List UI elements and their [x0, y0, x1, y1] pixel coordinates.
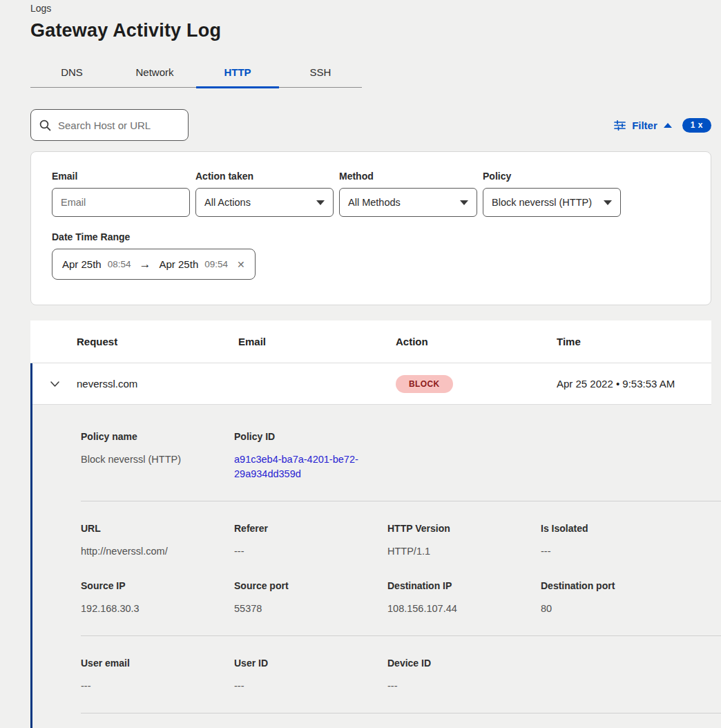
date-time-range-label: Date Time Range — [52, 231, 690, 242]
referer-value: --- — [234, 544, 387, 559]
policy-id-item: Policy ID a91c3eb4-ba7a-4201-be72-29a934… — [234, 431, 387, 481]
chevron-down-icon — [50, 381, 60, 387]
expanded-log-entry: neverssl.com BLOCK Apr 25 2022 • 9:53:53… — [30, 363, 711, 728]
user-id-item: User ID --- — [234, 658, 387, 693]
method-label: Method — [339, 171, 477, 182]
email-filter-input[interactable] — [61, 197, 181, 208]
policy-field: Policy Block neverssl (HTTP) — [483, 171, 621, 217]
is-isolated-label: Is Isolated — [541, 523, 684, 534]
range-end-date[interactable]: Apr 25th — [160, 258, 199, 270]
email-filter-label: Email — [52, 171, 190, 182]
chevron-down-icon — [460, 200, 468, 205]
policy-id-link[interactable]: a91c3eb4-ba7a-4201-be72-29a934dd359d — [234, 452, 367, 481]
device-id-item: Device ID --- — [387, 658, 541, 693]
block-status-badge: BLOCK — [396, 375, 453, 393]
policy-name-value: Block neverssl (HTTP) — [81, 452, 234, 467]
destination-port-value: 80 — [541, 602, 684, 616]
date-time-range-field: Date Time Range Apr 25th 08:54 → Apr 25t… — [52, 231, 690, 280]
column-header-email: Email — [238, 336, 396, 347]
breadcrumb[interactable]: Logs — [30, 3, 711, 14]
column-header-time: Time — [557, 336, 711, 347]
chevron-down-icon — [316, 200, 325, 205]
http-version-label: HTTP Version — [387, 523, 541, 534]
source-port-label: Source port — [234, 580, 387, 591]
policy-section: Policy name Block neverssl (HTTP) Policy… — [81, 431, 684, 481]
user-email-item: User email --- — [81, 658, 234, 693]
destination-ip-item: Destination IP 108.156.107.44 — [387, 580, 541, 616]
is-isolated-item: Is Isolated --- — [541, 523, 684, 559]
row-time: Apr 25 2022 • 9:53:53 AM — [557, 378, 711, 390]
source-port-item: Source port 55378 — [234, 580, 387, 616]
source-ip-value: 192.168.30.3 — [81, 602, 234, 616]
action-taken-field: Action taken All Actions — [195, 171, 334, 217]
source-ip-item: Source IP 192.168.30.3 — [81, 580, 234, 616]
search-box[interactable] — [30, 109, 189, 141]
filter-toggle[interactable]: Filter 1 x — [614, 118, 711, 133]
url-section: URL http://neverssl.com/ Referer --- HTT… — [81, 523, 684, 559]
source-ip-label: Source IP — [81, 580, 234, 591]
url-label: URL — [81, 523, 234, 534]
policy-select[interactable]: Block neverssl (HTTP) — [483, 188, 621, 217]
tab-ssh[interactable]: SSH — [279, 59, 362, 87]
source-port-value: 55378 — [234, 602, 387, 616]
tabbar: DNS Network HTTP SSH — [30, 59, 362, 88]
destination-port-item: Destination port 80 — [541, 580, 684, 616]
tools-row: Filter 1 x — [30, 109, 711, 141]
device-id-value: --- — [387, 679, 541, 693]
date-time-range-picker[interactable]: Apr 25th 08:54 → Apr 25th 09:54 ✕ — [52, 249, 256, 280]
action-taken-value: All Actions — [204, 197, 251, 208]
action-taken-label: Action taken — [195, 171, 334, 182]
divider — [81, 713, 721, 713]
range-start-time[interactable]: 08:54 — [108, 259, 131, 269]
filter-fields-row: Email Action taken All Actions Method Al… — [52, 171, 690, 217]
destination-ip-value: 108.156.107.44 — [387, 602, 541, 616]
chevron-down-icon — [604, 200, 612, 205]
method-select[interactable]: All Methods — [339, 188, 477, 217]
destination-ip-label: Destination IP — [387, 580, 541, 591]
referer-label: Referer — [234, 523, 387, 534]
column-header-request: Request — [77, 336, 238, 347]
row-action: BLOCK — [396, 375, 557, 393]
search-icon — [39, 119, 51, 131]
page-title: Gateway Activity Log — [30, 20, 711, 41]
tab-http[interactable]: HTTP — [196, 59, 279, 87]
filter-count-badge[interactable]: 1 x — [682, 118, 711, 133]
method-value: All Methods — [348, 197, 401, 208]
clear-range-icon[interactable]: ✕ — [237, 259, 245, 270]
tab-dns[interactable]: DNS — [30, 59, 113, 87]
user-email-label: User email — [81, 658, 234, 669]
http-version-item: HTTP Version HTTP/1.1 — [387, 523, 541, 559]
row-request[interactable]: neverssl.com — [77, 378, 238, 390]
filter-sliders-icon — [614, 119, 626, 131]
policy-name-item: Policy name Block neverssl (HTTP) — [81, 431, 234, 481]
http-version-value: HTTP/1.1 — [387, 544, 541, 559]
collapse-row-button[interactable] — [32, 381, 77, 387]
divider — [81, 501, 721, 501]
method-field: Method All Methods — [339, 171, 477, 217]
url-value: http://neverssl.com/ — [81, 544, 234, 559]
user-section: User email --- User ID --- Device ID --- — [81, 658, 684, 693]
user-id-label: User ID — [234, 658, 387, 669]
policy-value: Block neverssl (HTTP) — [492, 197, 592, 208]
action-taken-select[interactable]: All Actions — [195, 188, 334, 217]
divider — [81, 635, 721, 636]
table-row[interactable]: neverssl.com BLOCK Apr 25 2022 • 9:53:53… — [32, 363, 711, 405]
search-input[interactable] — [58, 119, 180, 131]
user-id-value: --- — [234, 679, 387, 693]
range-end-time[interactable]: 09:54 — [204, 259, 228, 269]
policy-label: Policy — [483, 171, 621, 182]
network-section: Source IP 192.168.30.3 Source port 55378… — [81, 580, 684, 616]
destination-port-label: Destination port — [541, 580, 684, 591]
log-table-header: Request Email Action Time — [30, 320, 711, 363]
row-detail-panel: Policy name Block neverssl (HTTP) Policy… — [32, 405, 711, 728]
referer-item: Referer --- — [234, 523, 387, 559]
column-header-action: Action — [396, 336, 557, 347]
user-email-value: --- — [81, 679, 234, 693]
email-filter-input-wrap — [52, 188, 190, 217]
policy-id-label: Policy ID — [234, 431, 387, 442]
page-content: Logs Gateway Activity Log DNS Network HT… — [0, 0, 721, 728]
tab-network[interactable]: Network — [113, 59, 196, 87]
email-filter-field: Email — [52, 171, 190, 217]
filter-panel: Email Action taken All Actions Method Al… — [30, 151, 711, 305]
range-start-date[interactable]: Apr 25th — [62, 258, 102, 270]
